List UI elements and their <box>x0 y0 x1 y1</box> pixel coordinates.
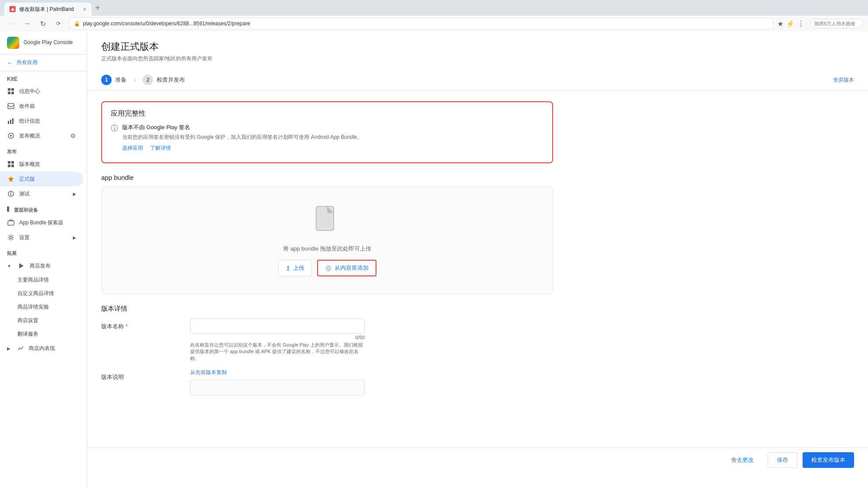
choose-app-link[interactable]: 选择应用 <box>122 144 143 152</box>
active-tab[interactable]: 修改新版本 | PalmBand × <box>4 3 92 16</box>
release-notes-input-placeholder[interactable] <box>190 380 365 395</box>
upload-buttons: ↥ 上传 💿 从内容库添加 <box>278 260 376 276</box>
release-label: 正式版 <box>19 175 35 183</box>
completeness-warning: ⓘ 版本不由 Google Play 签名 当前您的应用签名密钥没有受到 Goo… <box>111 124 543 152</box>
browser-search-input[interactable] <box>810 19 863 28</box>
review-publish-button[interactable]: 检查发布版本 <box>803 452 854 468</box>
main-header: 创建正式版本 正式版本会面向您所选国家/地区的所有用户发布 1 准备 › 2 检… <box>87 31 868 91</box>
publish-overview-label: 发布概况 <box>19 132 40 140</box>
sidebar-sub-custom-details[interactable]: 自定义商品详情 <box>0 287 87 300</box>
test-label: 测试 <box>19 190 30 198</box>
sidebar-item-settings[interactable]: 设置 ▶ <box>0 230 83 245</box>
sidebar-item-inbox[interactable]: 收件箱 <box>0 99 83 113</box>
svg-rect-6 <box>8 121 9 124</box>
version-name-field: 0/50 此名称旨在让您可以识别这个版本，不会向 Google Play 上的用… <box>190 318 365 362</box>
sidebar-item-store-publish[interactable]: ▼ 商店发布 <box>0 258 83 273</box>
sidebar-sub-main-details[interactable]: 主要商品详情 <box>0 273 87 287</box>
sidebar-sub-translation[interactable]: 翻译服务 <box>0 327 87 341</box>
svg-marker-0 <box>11 7 14 10</box>
svg-rect-18 <box>8 221 14 225</box>
stats-label: 统计信息 <box>19 117 40 125</box>
sidebar-item-versions[interactable]: 版本概览 <box>0 157 83 172</box>
address-bar[interactable]: 🔒 play.google.com/console/u/0/developers… <box>68 17 774 30</box>
learn-more-link[interactable]: 了解详情 <box>150 144 171 152</box>
save-button[interactable]: 保存 <box>768 452 797 468</box>
sidebar-item-stats[interactable]: 统计信息 <box>0 113 83 128</box>
svg-rect-2 <box>11 88 14 91</box>
back-arrow-icon: ← <box>7 59 13 66</box>
app-container: Google Play Console ← 所有应用 KItE 信息中心 收件箱… <box>0 31 868 488</box>
abandon-changes-button[interactable]: 舍去更改 <box>722 452 762 468</box>
upload-button[interactable]: ↥ 上传 <box>278 260 312 276</box>
sidebar-item-release[interactable]: 正式版 <box>0 172 83 186</box>
warning-links: 选择应用 了解详情 <box>122 144 543 152</box>
abandon-version-link[interactable]: 舍弃版本 <box>833 76 854 84</box>
back-button[interactable]: ← <box>5 17 17 30</box>
browser-controls: ← → ↻ ⟳ 🔒 play.google.com/console/u/0/de… <box>0 16 868 31</box>
more-options-icon[interactable]: ⋮ <box>797 20 804 28</box>
app-name: KItE <box>0 71 87 84</box>
browser-chrome: 修改新版本 | PalmBand × + ← → ↻ ⟳ 🔒 play.goog… <box>0 0 868 31</box>
main-content: 创建正式版本 正式版本会面向您所选国家/地区的所有用户发布 1 准备 › 2 检… <box>87 31 868 488</box>
back-label: 所有应用 <box>17 59 38 66</box>
tab-bar: 修改新版本 | PalmBand × + <box>0 0 868 16</box>
versions-icon <box>7 160 15 168</box>
sidebar-item-app-bundle[interactable]: App Bundle 探索器 <box>0 215 83 230</box>
search-bar-toggle[interactable] <box>810 19 863 28</box>
address-text: play.google.com/console/u/0/developers/6… <box>83 21 768 27</box>
sidebar-item-test[interactable]: 测试 ▶ <box>0 186 83 201</box>
warning-desc: 当前您的应用签名密钥没有受到 Google 保护，加入我们的应用签名计划即可使用… <box>122 133 543 141</box>
svg-rect-4 <box>11 92 14 94</box>
warning-info-icon: ⓘ <box>111 124 118 133</box>
history-button[interactable]: ⟳ <box>52 17 65 30</box>
inbox-label: 收件箱 <box>19 103 35 110</box>
library-button-label: 从内容库添加 <box>335 264 369 272</box>
perf-expand-icon: ▶ <box>7 346 10 351</box>
browser-right-icons: ★ ⚡ ⋮ <box>777 19 863 28</box>
svg-rect-17 <box>7 206 9 212</box>
page-subtitle: 正式版本会面向您所选国家/地区的所有用户发布 <box>101 55 212 62</box>
step-separator: › <box>133 76 136 84</box>
app-bundle-icon <box>7 219 15 227</box>
app-bundle-label: App Bundle 探索器 <box>19 219 63 227</box>
warning-content: 版本不由 Google Play 签名 当前您的应用签名密钥没有受到 Googl… <box>122 124 543 152</box>
sidebar-title: Google Play Console <box>24 39 73 46</box>
release-notes-label: 版本说明 <box>101 369 180 381</box>
sidebar-item-info[interactable]: 信息中心 <box>0 84 83 99</box>
test-expand-icon: ▶ <box>73 192 76 196</box>
expand-section-label: 拓展 <box>0 245 87 258</box>
upload-area[interactable]: 将 app bundle 拖放至此处即可上传 ↥ 上传 💿 从内容库添加 <box>101 186 553 294</box>
tab-title: 修改新版本 | PalmBand <box>19 6 79 13</box>
bottom-bar: 舍去更改 保存 检查发布版本 <box>87 447 868 472</box>
page-title: 创建正式版本 <box>101 40 212 53</box>
sidebar-sub-store-settings[interactable]: 商店设置 <box>0 314 87 327</box>
sidebar-sub-experiment[interactable]: 商品详情实验 <box>0 300 87 314</box>
sidebar-item-performance[interactable]: ▶ 商店内表现 <box>0 341 83 356</box>
upload-icon-small: ↥ <box>286 265 290 271</box>
stepper: 1 准备 › 2 检查并发布 舍弃版本 <box>101 69 854 90</box>
stats-icon <box>7 117 15 125</box>
version-name-input[interactable] <box>190 318 365 334</box>
svg-rect-12 <box>11 161 14 164</box>
upload-button-label: 上传 <box>293 264 304 272</box>
library-button[interactable]: 💿 从内容库添加 <box>317 260 376 276</box>
sidebar-item-publish-overview[interactable]: 发布概况 ⚙ <box>0 128 83 143</box>
svg-point-19 <box>10 236 12 239</box>
upload-hint-text: 将 app bundle 拖放至此处即可上传 <box>283 245 371 253</box>
new-tab-button[interactable]: + <box>92 2 104 14</box>
bookmark-icon[interactable]: ★ <box>777 20 783 28</box>
info-icon <box>7 87 15 95</box>
copy-from-prev-link[interactable]: 从先前版本复制 <box>190 369 227 375</box>
warning-title: 版本不由 Google Play 签名 <box>122 124 543 131</box>
svg-rect-3 <box>8 92 10 94</box>
svg-rect-13 <box>8 165 10 167</box>
svg-point-10 <box>10 135 12 137</box>
browser-actions <box>810 19 863 28</box>
extension-icon[interactable]: ⚡ <box>786 20 795 28</box>
forward-button[interactable]: → <box>21 17 33 30</box>
svg-rect-11 <box>8 161 10 164</box>
tab-close-button[interactable]: × <box>83 6 86 13</box>
release-notes-row: 版本说明 从先前版本复制 <box>101 369 553 395</box>
sidebar-back-button[interactable]: ← 所有应用 <box>0 55 87 71</box>
reload-button[interactable]: ↻ <box>37 17 49 30</box>
